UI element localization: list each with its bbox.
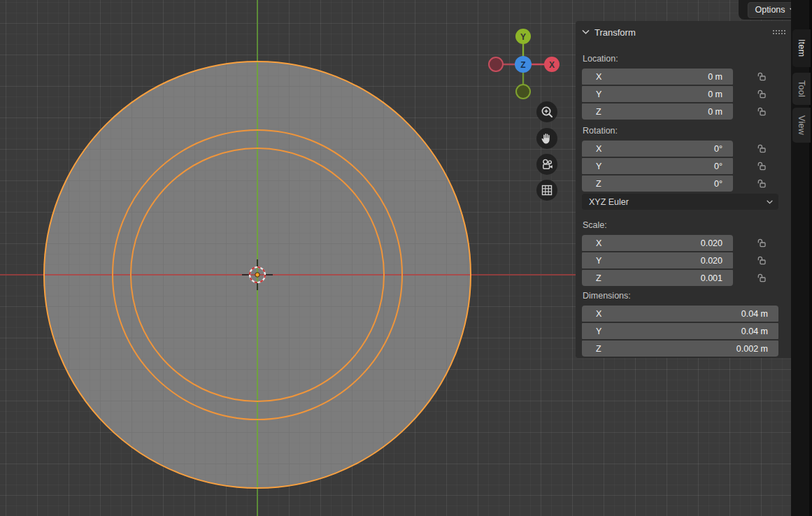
camera-view-button[interactable] — [536, 154, 557, 175]
scale-z-field[interactable]: Z 0.001 — [582, 270, 733, 286]
axis-label: Y — [582, 162, 601, 171]
dimensions-z-field[interactable]: Z 0.002 m — [582, 341, 778, 357]
unlock-icon — [756, 255, 767, 266]
rotation-mode-value: XYZ Euler — [582, 197, 629, 207]
axis-label: Z — [582, 107, 601, 117]
unlock-icon — [756, 161, 767, 172]
rotation-mode-dropdown[interactable]: XYZ Euler — [582, 194, 778, 210]
tab-item-label: Item — [797, 39, 806, 57]
axis-label: X — [582, 72, 601, 82]
location-x-lock[interactable] — [756, 69, 767, 85]
rotation-group: X 0° Y 0° Z 0° — [582, 141, 791, 192]
field-value: 0.020 — [701, 256, 733, 266]
location-y-lock[interactable] — [756, 86, 767, 102]
location-z-field[interactable]: Z 0 m — [582, 103, 733, 120]
axis-label: Z — [582, 179, 601, 189]
dimensions-group: X 0.04 m Y 0.04 m Z 0.002 m — [582, 306, 791, 357]
scale-y-field[interactable]: Y 0.020 — [582, 252, 733, 268]
scale-group: X 0.020 Y 0.020 Z 0.001 — [582, 235, 791, 286]
axis-label: Y — [582, 327, 601, 336]
rotation-y-lock[interactable] — [756, 158, 767, 174]
grid-toggle-icon — [540, 183, 554, 197]
navigation-gizmo[interactable]: Y X Z — [485, 25, 562, 102]
axis-label: Y — [582, 89, 601, 99]
chevron-down-icon — [767, 200, 778, 204]
gizmo-neg-x-ball[interactable] — [489, 57, 503, 71]
axis-label: X — [582, 144, 601, 154]
dimensions-label: Dimensions: — [583, 290, 791, 301]
unlock-icon — [756, 178, 767, 189]
scale-label: Scale: — [583, 220, 791, 231]
field-value: 0.04 m — [741, 327, 778, 336]
tab-tool[interactable]: Tool — [792, 73, 811, 105]
rotation-x-field[interactable]: X 0° — [582, 141, 733, 157]
tab-item[interactable]: Item — [792, 29, 811, 67]
dimensions-y-field[interactable]: Y 0.04 m — [582, 323, 778, 339]
tab-view-label: View — [797, 115, 806, 135]
tab-view[interactable]: View — [792, 108, 811, 143]
scale-x-field[interactable]: X 0.020 — [582, 235, 733, 251]
location-x-field[interactable]: X 0 m — [582, 69, 733, 85]
field-value: 0.002 m — [736, 344, 778, 354]
scale-y-lock[interactable] — [756, 252, 767, 268]
pan-hand-icon — [540, 131, 554, 145]
rotation-z-lock[interactable] — [756, 175, 767, 192]
panel-title: Transform — [594, 27, 636, 38]
zoom-icon — [540, 105, 554, 119]
unlock-icon — [756, 89, 767, 100]
dimensions-x-field[interactable]: X 0.04 m — [582, 306, 778, 322]
sidebar-tab-strip: Item Tool View — [791, 0, 812, 516]
gizmo-x-label: X — [549, 60, 555, 70]
pan-button[interactable] — [536, 128, 557, 149]
field-value: 0° — [714, 179, 733, 189]
field-value: 0° — [714, 162, 733, 171]
field-value: 0 m — [708, 72, 733, 82]
field-value: 0° — [714, 144, 733, 154]
unlock-icon — [756, 238, 767, 249]
scale-z-lock[interactable] — [756, 270, 767, 286]
zoom-button[interactable] — [536, 101, 557, 122]
location-group: X 0 m Y 0 m Z 0 m — [582, 69, 791, 120]
camera-view-icon — [540, 157, 555, 172]
field-value: 0 m — [708, 107, 733, 117]
field-value: 0 m — [708, 89, 733, 99]
options-button-label: Options — [755, 5, 785, 15]
axis-label: Z — [582, 273, 601, 283]
grid-toggle-button[interactable] — [536, 180, 557, 201]
location-y-field[interactable]: Y 0 m — [582, 86, 733, 102]
unlock-icon — [756, 71, 767, 83]
rotation-z-field[interactable]: Z 0° — [582, 175, 733, 192]
panel-collapse-chevron-icon[interactable] — [582, 29, 590, 35]
scale-x-lock[interactable] — [756, 235, 767, 251]
rotation-y-field[interactable]: Y 0° — [582, 158, 733, 174]
field-value: 0.020 — [701, 238, 733, 248]
gizmo-z-label: Z — [520, 60, 525, 70]
axis-label: X — [582, 238, 601, 248]
location-z-lock[interactable] — [756, 103, 767, 120]
unlock-icon — [756, 273, 767, 284]
gizmo-neg-y-ball[interactable] — [516, 85, 530, 99]
panel-drag-grip-icon[interactable] — [772, 29, 785, 35]
field-value: 0.04 m — [741, 309, 778, 319]
blender-window: Y X Z — [0, 0, 812, 516]
object-origin-dot — [255, 273, 259, 277]
tab-tool-label: Tool — [797, 80, 806, 97]
axis-label: Y — [582, 256, 601, 266]
unlock-icon — [756, 143, 767, 155]
unlock-icon — [756, 106, 767, 117]
rotation-x-lock[interactable] — [756, 141, 767, 157]
location-label: Location: — [583, 53, 791, 64]
gizmo-y-label: Y — [520, 32, 526, 42]
axis-label: Z — [582, 344, 601, 354]
rotation-label: Rotation: — [583, 125, 791, 136]
transform-panel: Transform Location: X 0 m Y 0 m Z 0 m — [576, 21, 791, 358]
axis-label: X — [582, 309, 601, 319]
field-value: 0.001 — [701, 273, 733, 283]
transform-panel-header[interactable]: Transform — [582, 21, 791, 43]
